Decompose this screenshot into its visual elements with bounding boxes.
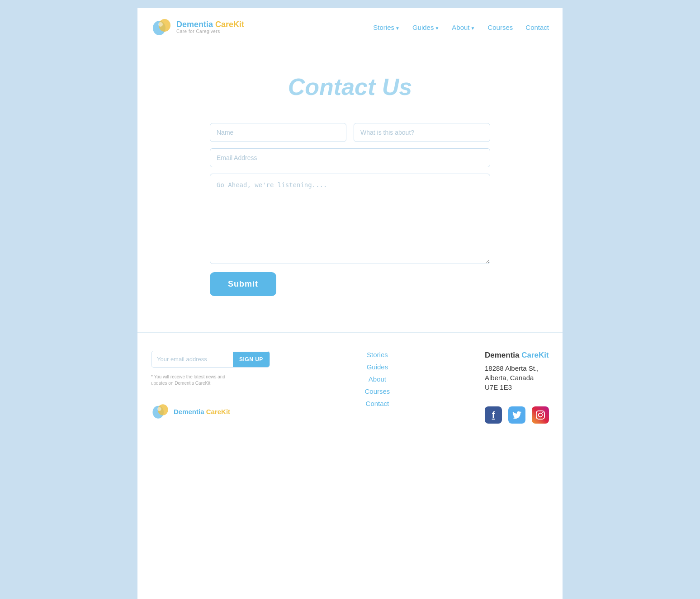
signup-button[interactable]: SIGN UP bbox=[233, 352, 270, 367]
footer-addr-line3: U7E 1E3 bbox=[485, 383, 549, 391]
footer-logo-icon bbox=[151, 402, 170, 421]
footer-logo-text: Dementia CareKit bbox=[174, 408, 230, 415]
logo-text: Dementia CareKit Care for Caregivers bbox=[176, 20, 244, 34]
nav-courses[interactable]: Courses bbox=[487, 24, 513, 31]
top-bar bbox=[137, 0, 563, 8]
footer-nav-courses[interactable]: Courses bbox=[364, 387, 390, 395]
svg-point-5 bbox=[157, 407, 161, 411]
main-content: Contact Us Submit bbox=[137, 46, 563, 314]
form-row-name-subject bbox=[210, 123, 490, 142]
footer-inner: SIGN UP * You will receive the latest ne… bbox=[151, 351, 549, 424]
footer-nav-contact[interactable]: Contact bbox=[366, 400, 389, 407]
footer-address: Dementia CareKit 18288 Alberta St., Albe… bbox=[485, 351, 549, 424]
contact-form: Submit bbox=[210, 123, 490, 296]
footer-nav-about[interactable]: About bbox=[369, 375, 386, 383]
nav-about[interactable]: About▼ bbox=[452, 24, 475, 31]
nav-contact[interactable]: Contact bbox=[525, 24, 549, 31]
email-input[interactable] bbox=[210, 148, 490, 167]
footer-email-input[interactable] bbox=[151, 351, 233, 367]
page-title: Contact Us bbox=[151, 73, 549, 100]
logo-icon bbox=[151, 16, 173, 38]
footer-nav: Stories Guides About Courses Contact bbox=[364, 351, 390, 407]
header: Dementia CareKit Care for Caregivers Sto… bbox=[137, 8, 563, 46]
logo-link[interactable]: Dementia CareKit Care for Caregivers bbox=[151, 16, 244, 38]
svg-point-2 bbox=[158, 22, 163, 27]
footer-logo: Dementia CareKit bbox=[151, 402, 270, 421]
facebook-icon[interactable]: f bbox=[485, 406, 502, 424]
footer-addr-line2: Alberta, Canada bbox=[485, 374, 549, 382]
main-nav: Stories▼ Guides▼ About▼ Courses Contact bbox=[373, 24, 549, 31]
footer-nav-guides[interactable]: Guides bbox=[367, 363, 388, 371]
name-input[interactable] bbox=[210, 123, 346, 142]
logo-brand: Dementia CareKit bbox=[176, 20, 244, 29]
nav-stories[interactable]: Stories▼ bbox=[373, 24, 400, 31]
footer-note: * You will receive the latest news and u… bbox=[151, 374, 241, 387]
footer-left: SIGN UP * You will receive the latest ne… bbox=[151, 351, 270, 421]
nav-guides[interactable]: Guides▼ bbox=[412, 24, 439, 31]
form-row-email bbox=[210, 148, 490, 167]
twitter-icon[interactable] bbox=[508, 406, 525, 424]
footer-addr-line1: 18288 Alberta St., bbox=[485, 364, 549, 372]
email-signup: SIGN UP bbox=[151, 351, 270, 368]
subject-input[interactable] bbox=[354, 123, 490, 142]
submit-button[interactable]: Submit bbox=[210, 272, 276, 296]
logo-sub: Care for Caregivers bbox=[176, 29, 244, 34]
message-textarea[interactable] bbox=[210, 174, 490, 264]
footer: SIGN UP * You will receive the latest ne… bbox=[137, 332, 563, 437]
instagram-icon[interactable] bbox=[532, 406, 549, 424]
footer-brand-name: Dementia CareKit bbox=[485, 351, 549, 360]
social-icons: f bbox=[485, 406, 549, 424]
footer-nav-stories[interactable]: Stories bbox=[367, 351, 388, 358]
